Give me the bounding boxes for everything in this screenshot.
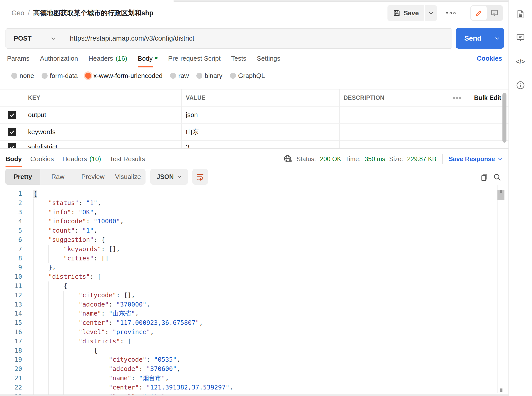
- response-tab-body[interactable]: Body: [6, 149, 22, 169]
- network-globe-lock-icon[interactable]: [283, 154, 293, 164]
- view-tab-preview[interactable]: Preview: [75, 169, 110, 185]
- code-text: "citycode": "0535",: [33, 355, 180, 364]
- body-type-binary[interactable]: binary: [196, 72, 222, 80]
- breadcrumb-collection[interactable]: Geo: [12, 9, 24, 17]
- comment-mode-button[interactable]: [487, 6, 502, 20]
- response-tab-headers[interactable]: Headers(10): [62, 149, 101, 169]
- body-type-x-www-form-urlencoded[interactable]: x-www-form-urlencoded: [85, 72, 163, 80]
- edit-comment-toggle: [470, 5, 503, 21]
- response-tab-cookies[interactable]: Cookies: [30, 149, 54, 169]
- format-select[interactable]: JSON: [150, 169, 188, 185]
- code-text: "center": "117.000923,36.675807",: [33, 318, 203, 328]
- param-value-cell[interactable]: 山东: [182, 124, 340, 140]
- code-text: "keywords": [],: [33, 245, 120, 254]
- request-tab-settings[interactable]: Settings: [257, 49, 280, 67]
- response-tab-label: Body: [6, 155, 22, 163]
- request-tab-params[interactable]: Params: [7, 49, 30, 67]
- response-body-editor[interactable]: 1{2 "status": "1",3 "info": "OK",4 "info…: [0, 185, 508, 394]
- indent-guide: [33, 364, 34, 374]
- info-button[interactable]: [516, 81, 525, 89]
- size-value[interactable]: 229.87 KB: [407, 155, 436, 163]
- code-line: 13 "adcode": "370000",: [0, 300, 508, 309]
- save-options-button[interactable]: [425, 5, 437, 21]
- copy-response-button[interactable]: [480, 173, 488, 181]
- save-response-button[interactable]: Save Response: [449, 155, 502, 163]
- indent-guide: [79, 383, 79, 392]
- radio-dot: [170, 73, 176, 79]
- request-tab-authorization[interactable]: Authorization: [40, 49, 78, 67]
- table-more-options-button[interactable]: [448, 89, 467, 106]
- indent-guide: [48, 364, 49, 374]
- cookies-link[interactable]: Cookies: [477, 49, 502, 67]
- status-value[interactable]: 200 OK: [320, 155, 341, 163]
- send-button[interactable]: Send: [456, 28, 490, 49]
- request-tab-headers[interactable]: Headers(16): [88, 49, 127, 67]
- save-icon: [393, 9, 401, 17]
- request-tab-label: Body: [138, 55, 153, 62]
- row-select-cell: [0, 139, 24, 148]
- request-tab-tests[interactable]: Tests: [231, 49, 246, 67]
- line-number: 14: [0, 309, 22, 318]
- param-key-cell[interactable]: output: [24, 107, 182, 123]
- send-button-group: Send: [456, 28, 504, 49]
- param-key-cell[interactable]: subdistrict: [24, 139, 182, 148]
- wrap-text-button[interactable]: [192, 169, 208, 185]
- request-tab-count: (16): [116, 55, 127, 62]
- body-type-form-data[interactable]: form-data: [42, 72, 78, 80]
- editor-scrollbar-track[interactable]: [497, 185, 504, 393]
- radio-label: GraphQL: [238, 72, 265, 80]
- code-line: 1{: [0, 189, 508, 199]
- param-description-cell[interactable]: [340, 139, 508, 148]
- indent-guide: [33, 291, 34, 300]
- param-value-cell[interactable]: json: [182, 107, 340, 123]
- indent-guide: [33, 383, 34, 392]
- indent-guide: [79, 346, 79, 355]
- row-checkbox[interactable]: [8, 143, 16, 149]
- request-tab-pre-request-script[interactable]: Pre-request Script: [168, 49, 221, 67]
- param-value-cell[interactable]: 3: [182, 139, 340, 148]
- body-type-graphql[interactable]: GraphQL: [230, 72, 265, 80]
- view-tab-pretty[interactable]: Pretty: [5, 169, 40, 185]
- code-text: {: [33, 189, 37, 199]
- param-key-cell[interactable]: keywords: [24, 124, 182, 140]
- body-type-raw[interactable]: raw: [170, 72, 189, 80]
- response-view-segmented-control: PrettyRawPreviewVisualize: [5, 169, 146, 185]
- param-description-cell[interactable]: [340, 124, 508, 140]
- more-actions-button[interactable]: [446, 12, 456, 14]
- indent-guide: [48, 309, 49, 318]
- view-tab-raw[interactable]: Raw: [40, 169, 75, 185]
- search-response-button[interactable]: [493, 173, 501, 181]
- body-type-none[interactable]: none: [11, 72, 34, 80]
- time-label: Time:: [345, 155, 361, 163]
- request-tabs: ParamsAuthorizationHeaders(16)BodyPre-re…: [0, 49, 508, 67]
- edit-mode-button[interactable]: [471, 6, 487, 20]
- save-button[interactable]: Save: [387, 5, 424, 21]
- indent-guide: [94, 392, 94, 394]
- param-description-cell[interactable]: [340, 107, 508, 123]
- code-line: 16 "level": "province",: [0, 328, 508, 337]
- url-input[interactable]: [63, 35, 452, 42]
- request-tab-body[interactable]: Body: [138, 49, 158, 67]
- code-line: 21 "name": "烟台市",: [0, 374, 508, 383]
- table-scrollbar-thumb[interactable]: [502, 93, 506, 143]
- row-checkbox[interactable]: [8, 111, 16, 119]
- unsaved-changes-dot: [155, 57, 158, 59]
- request-title[interactable]: 高德地图获取某个城市的行政区划和shp: [33, 9, 154, 18]
- method-url-control: POST: [6, 28, 452, 49]
- line-number: 16: [0, 328, 22, 337]
- indent-guide: [63, 346, 64, 355]
- line-number: 19: [0, 355, 22, 364]
- comments-button[interactable]: [516, 33, 525, 42]
- method-select[interactable]: POST: [6, 29, 63, 48]
- send-options-button[interactable]: [490, 28, 504, 49]
- time-value[interactable]: 350 ms: [365, 155, 385, 163]
- row-checkbox[interactable]: [8, 128, 16, 136]
- request-header: Geo / 高德地图获取某个城市的行政区划和shp Save: [0, 2, 508, 24]
- documentation-button[interactable]: [516, 10, 525, 19]
- code-snippet-button[interactable]: </>: [516, 57, 525, 66]
- view-tab-visualize[interactable]: Visualize: [110, 169, 146, 185]
- horizontal-scrollbar-track[interactable]: [0, 394, 532, 396]
- response-tab-test-results[interactable]: Test Results: [109, 149, 145, 169]
- code-line: 7 "keywords": [],: [0, 245, 508, 254]
- response-tabs: BodyCookiesHeaders(10)Test Results: [0, 149, 154, 169]
